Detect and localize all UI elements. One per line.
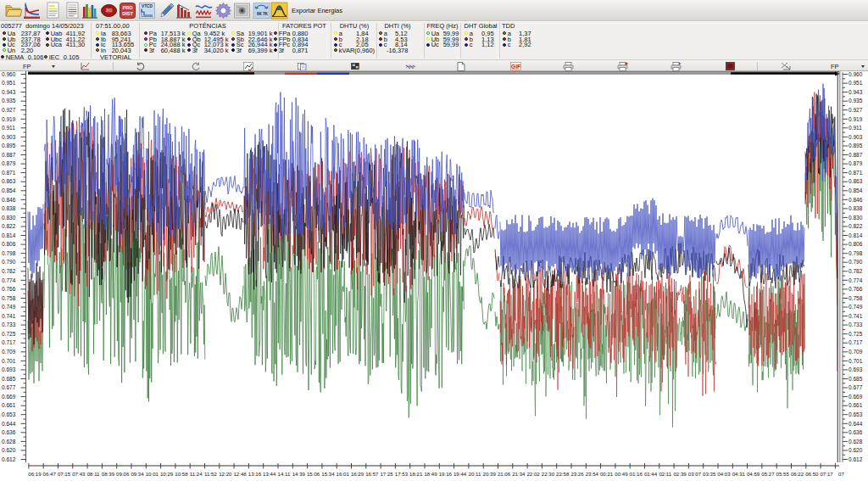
svg-text:0.903: 0.903 xyxy=(2,134,16,140)
svg-text:0.863: 0.863 xyxy=(2,178,16,184)
svg-text:00:49: 00:49 xyxy=(615,471,628,477)
svg-text:09:06: 09:06 xyxy=(116,471,130,477)
svg-text:0.943: 0.943 xyxy=(849,89,863,95)
svg-text:19:16: 19:16 xyxy=(439,471,453,477)
svg-text:23:54: 23:54 xyxy=(586,471,599,477)
svg-text:0.644: 0.644 xyxy=(849,421,863,427)
svg-text:0.806: 0.806 xyxy=(849,241,863,247)
svg-text:08:39: 08:39 xyxy=(102,471,115,477)
svg-text:0.717: 0.717 xyxy=(2,339,16,345)
svg-text:0.685: 0.685 xyxy=(849,376,863,382)
svg-text:0.628: 0.628 xyxy=(849,439,863,445)
svg-text:0.677: 0.677 xyxy=(849,384,863,390)
svg-text:0.935: 0.935 xyxy=(849,98,863,103)
svg-text:21:06: 21:06 xyxy=(498,471,511,477)
svg-text:0.709: 0.709 xyxy=(849,349,863,355)
svg-text:0.628: 0.628 xyxy=(2,439,16,445)
svg-text:0.863: 0.863 xyxy=(849,178,863,184)
svg-text:15:34: 15:34 xyxy=(321,471,335,477)
svg-text:06:50: 06:50 xyxy=(805,471,819,477)
svg-text:09:34: 09:34 xyxy=(131,471,144,477)
svg-text:0.717: 0.717 xyxy=(849,339,863,345)
svg-text:0.766: 0.766 xyxy=(849,286,863,292)
svg-text:14:11: 14:11 xyxy=(278,471,291,477)
svg-text:0.669: 0.669 xyxy=(2,394,16,400)
svg-text:0.846: 0.846 xyxy=(2,197,16,203)
svg-text:0.685: 0.685 xyxy=(2,376,16,382)
svg-text:20:11: 20:11 xyxy=(469,471,481,477)
svg-text:0.871: 0.871 xyxy=(2,170,16,176)
svg-text:0.733: 0.733 xyxy=(2,322,16,327)
svg-text:11:52: 11:52 xyxy=(204,471,217,477)
svg-text:0.903: 0.903 xyxy=(849,134,863,140)
svg-text:0.951: 0.951 xyxy=(849,80,863,86)
svg-text:0.871: 0.871 xyxy=(849,170,863,176)
svg-text:07:15: 07:15 xyxy=(58,471,71,477)
svg-text:0.758: 0.758 xyxy=(849,295,863,301)
svg-text:0.830: 0.830 xyxy=(2,215,16,221)
svg-text:15:06: 15:06 xyxy=(307,471,320,477)
svg-text:0.854: 0.854 xyxy=(849,187,863,193)
svg-text:01:44: 01:44 xyxy=(644,471,658,477)
svg-text:0.701: 0.701 xyxy=(849,358,863,364)
svg-text:00:21: 00:21 xyxy=(600,471,614,477)
svg-text:07:17: 07:17 xyxy=(820,471,833,477)
svg-text:0.653: 0.653 xyxy=(849,411,863,417)
svg-text:0.677: 0.677 xyxy=(2,384,16,390)
svg-text:0.782: 0.782 xyxy=(2,268,16,274)
svg-text:19:44: 19:44 xyxy=(453,471,467,477)
svg-text:22:30: 22:30 xyxy=(542,471,555,477)
svg-text:0.725: 0.725 xyxy=(849,331,863,337)
svg-text:16:01: 16:01 xyxy=(337,471,350,477)
svg-text:VTCD: VTCD xyxy=(142,4,153,8)
svg-text:0.927: 0.927 xyxy=(2,107,16,113)
svg-text:0.790: 0.790 xyxy=(2,259,16,265)
svg-text:0.854: 0.854 xyxy=(2,187,16,193)
svg-text:0.879: 0.879 xyxy=(849,160,863,166)
svg-text:01:16: 01:16 xyxy=(630,471,643,477)
svg-text:0.661: 0.661 xyxy=(849,402,863,408)
svg-text:18:21: 18:21 xyxy=(409,471,423,477)
svg-text:0.644: 0.644 xyxy=(2,421,16,427)
svg-text:0.822: 0.822 xyxy=(2,223,16,229)
svg-text:0.620: 0.620 xyxy=(849,447,863,453)
svg-text:0.636: 0.636 xyxy=(2,429,16,435)
svg-text:11:24: 11:24 xyxy=(190,471,203,477)
svg-text:14:39: 14:39 xyxy=(292,471,306,477)
svg-text:DIST: DIST xyxy=(122,11,133,16)
svg-text:0.960: 0.960 xyxy=(849,71,863,77)
svg-text:0.693: 0.693 xyxy=(2,366,16,372)
svg-text:02:39: 02:39 xyxy=(673,471,687,477)
svg-text:0.895: 0.895 xyxy=(849,143,863,148)
svg-text:0.806: 0.806 xyxy=(2,241,16,247)
svg-text:0.798: 0.798 xyxy=(2,250,16,256)
svg-text:0.636: 0.636 xyxy=(849,429,863,435)
svg-text:360: 360 xyxy=(106,8,113,13)
svg-text:0.693: 0.693 xyxy=(849,366,863,372)
svg-text:0.741: 0.741 xyxy=(849,313,863,319)
svg-text:17:25: 17:25 xyxy=(380,471,393,477)
svg-text:10:29: 10:29 xyxy=(160,471,174,477)
svg-text:0.782: 0.782 xyxy=(849,268,863,274)
svg-text:0.725: 0.725 xyxy=(2,331,16,337)
svg-text:18:49: 18:49 xyxy=(424,471,437,477)
svg-text:22:58: 22:58 xyxy=(556,471,570,477)
svg-text:PRO: PRO xyxy=(122,5,133,10)
svg-text:0.887: 0.887 xyxy=(849,152,863,158)
svg-text:0.911: 0.911 xyxy=(849,125,862,131)
svg-text:20:39: 20:39 xyxy=(483,471,497,477)
svg-text:0.887: 0.887 xyxy=(2,152,16,158)
svg-text:10:01: 10:01 xyxy=(146,471,159,477)
svg-text:0.741: 0.741 xyxy=(2,313,16,319)
svg-text:04:59: 04:59 xyxy=(747,471,760,477)
svg-text:06:19: 06:19 xyxy=(28,471,42,477)
svg-text:0.822: 0.822 xyxy=(849,223,863,229)
svg-text:0.879: 0.879 xyxy=(2,160,16,166)
svg-text:17:53: 17:53 xyxy=(395,471,409,477)
svg-text:0.749: 0.749 xyxy=(2,304,16,310)
svg-text:0.951: 0.951 xyxy=(2,80,16,86)
svg-text:0.814: 0.814 xyxy=(849,232,863,238)
svg-text:0.846: 0.846 xyxy=(849,197,863,203)
svg-text:0.919: 0.919 xyxy=(849,116,863,122)
svg-text:12:20: 12:20 xyxy=(219,471,232,477)
